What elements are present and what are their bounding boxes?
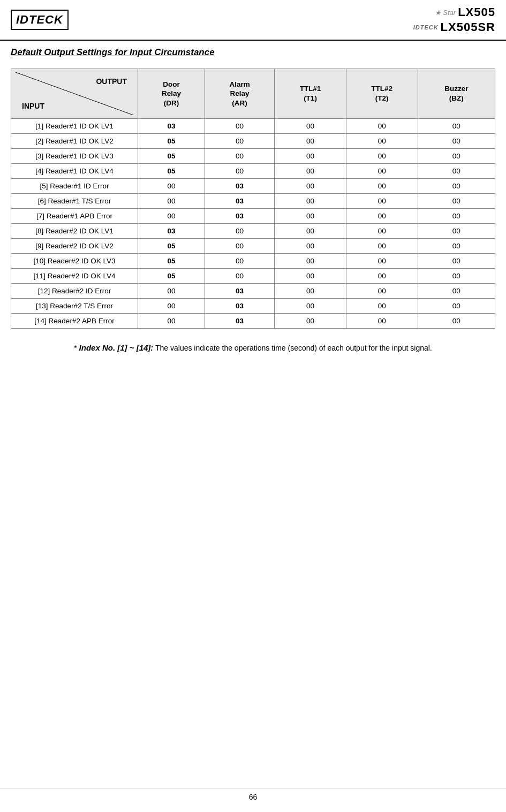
row-label-14: [14] Reader#2 APB Error (11, 314, 138, 329)
input-output-header-cell: OUTPUT INPUT (11, 69, 138, 119)
cell-bz-14: 00 (418, 314, 495, 329)
cell-ar-13: 03 (205, 299, 274, 314)
cell-t1-14: 00 (275, 314, 346, 329)
col-header-bz: Buzzer(BZ) (418, 69, 495, 119)
table-row: [4] Reader#1 ID OK LV40500000000 (11, 164, 495, 179)
row-label-11: [11] Reader#2 ID OK LV4 (11, 269, 138, 284)
cell-bz-12: 00 (418, 284, 495, 299)
diagonal-header: OUTPUT INPUT (16, 72, 133, 115)
cell-bz-5: 00 (418, 179, 495, 194)
page-footer: 66 (0, 788, 506, 801)
main-content: OUTPUT INPUT DoorRelay(DR) AlarmRelay(AR… (0, 63, 506, 365)
note-section: * Index No. [1] ~ [14]: The values indic… (11, 342, 495, 354)
row-label-6: [6] Reader#1 T/S Error (11, 194, 138, 209)
table-row: [11] Reader#2 ID OK LV40500000000 (11, 269, 495, 284)
cell-bz-2: 00 (418, 134, 495, 149)
row-label-10: [10] Reader#2 ID OK LV3 (11, 254, 138, 269)
cell-t1-13: 00 (275, 299, 346, 314)
row-label-13: [13] Reader#2 T/S Error (11, 299, 138, 314)
cell-t2-3: 00 (346, 149, 418, 164)
cell-dr-3: 05 (138, 149, 205, 164)
table-row: [1] Reader#1 ID OK LV10300000000 (11, 119, 495, 134)
idteck-logo: IDTECK (11, 10, 69, 30)
cell-dr-14: 00 (138, 314, 205, 329)
cell-bz-11: 00 (418, 269, 495, 284)
cell-ar-5: 03 (205, 179, 274, 194)
row-label-9: [9] Reader#2 ID OK LV2 (11, 239, 138, 254)
cell-bz-8: 00 (418, 224, 495, 239)
table-row: [5] Reader#1 ID Error0003000000 (11, 179, 495, 194)
cell-dr-5: 00 (138, 179, 205, 194)
cell-ar-3: 00 (205, 149, 274, 164)
cell-bz-6: 00 (418, 194, 495, 209)
row-label-7: [7] Reader#1 APB Error (11, 209, 138, 224)
row-label-2: [2] Reader#1 ID OK LV2 (11, 134, 138, 149)
cell-ar-9: 00 (205, 239, 274, 254)
note-prefix: * (74, 344, 79, 352)
cell-bz-1: 00 (418, 119, 495, 134)
cell-t2-9: 00 (346, 239, 418, 254)
cell-t2-2: 00 (346, 134, 418, 149)
page-number: 66 (249, 793, 258, 801)
cell-dr-10: 05 (138, 254, 205, 269)
model-lx505: LX505 (458, 5, 495, 19)
cell-t2-1: 00 (346, 119, 418, 134)
cell-t1-2: 00 (275, 134, 346, 149)
idteck-logo-text: IDTECK (16, 13, 63, 27)
row-label-12: [12] Reader#2 ID Error (11, 284, 138, 299)
cell-ar-4: 00 (205, 164, 274, 179)
product-logo-right: ★ Star LX505 IDTECK LX505SR (413, 5, 495, 34)
row-label-8: [8] Reader#2 ID OK LV1 (11, 224, 138, 239)
table-row: [7] Reader#1 APB Error0003000000 (11, 209, 495, 224)
cell-t2-6: 00 (346, 194, 418, 209)
col-header-ar: AlarmRelay(AR) (205, 69, 274, 119)
cell-t1-5: 00 (275, 179, 346, 194)
input-label: INPUT (22, 101, 44, 111)
cell-t1-7: 00 (275, 209, 346, 224)
cell-dr-1: 03 (138, 119, 205, 134)
table-row: [8] Reader#2 ID OK LV10300000000 (11, 224, 495, 239)
cell-bz-7: 00 (418, 209, 495, 224)
cell-t1-12: 00 (275, 284, 346, 299)
cell-dr-6: 00 (138, 194, 205, 209)
output-label: OUTPUT (96, 77, 127, 86)
table-row: [9] Reader#2 ID OK LV20500000000 (11, 239, 495, 254)
cell-t2-10: 00 (346, 254, 418, 269)
cell-t2-12: 00 (346, 284, 418, 299)
cell-bz-13: 00 (418, 299, 495, 314)
cell-t2-14: 00 (346, 314, 418, 329)
cell-ar-12: 03 (205, 284, 274, 299)
col-header-t1: TTL#1(T1) (275, 69, 346, 119)
cell-t1-8: 00 (275, 224, 346, 239)
cell-dr-7: 00 (138, 209, 205, 224)
cell-dr-4: 05 (138, 164, 205, 179)
cell-t2-7: 00 (346, 209, 418, 224)
settings-table: OUTPUT INPUT DoorRelay(DR) AlarmRelay(AR… (11, 69, 495, 329)
table-row: [10] Reader#2 ID OK LV30500000000 (11, 254, 495, 269)
row-label-1: [1] Reader#1 ID OK LV1 (11, 119, 138, 134)
cell-t2-13: 00 (346, 299, 418, 314)
cell-ar-7: 03 (205, 209, 274, 224)
cell-ar-11: 00 (205, 269, 274, 284)
page-title: Default Output Settings for Input Circum… (0, 41, 506, 63)
cell-t1-6: 00 (275, 194, 346, 209)
row-label-5: [5] Reader#1 ID Error (11, 179, 138, 194)
col-header-t2: TTL#2(T2) (346, 69, 418, 119)
cell-ar-1: 00 (205, 119, 274, 134)
cell-bz-4: 00 (418, 164, 495, 179)
cell-t1-10: 00 (275, 254, 346, 269)
cell-t1-11: 00 (275, 269, 346, 284)
cell-bz-9: 00 (418, 239, 495, 254)
star-lx505-line: ★ Star LX505 (435, 5, 495, 19)
cell-t1-4: 00 (275, 164, 346, 179)
table-row: [6] Reader#1 T/S Error0003000000 (11, 194, 495, 209)
cell-t1-1: 00 (275, 119, 346, 134)
idteck2-lx505sr-line: IDTECK LX505SR (413, 20, 495, 34)
table-row: [13] Reader#2 T/S Error0003000000 (11, 299, 495, 314)
col-header-dr: DoorRelay(DR) (138, 69, 205, 119)
cell-t2-5: 00 (346, 179, 418, 194)
cell-ar-10: 00 (205, 254, 274, 269)
table-row: [2] Reader#1 ID OK LV20500000000 (11, 134, 495, 149)
cell-bz-3: 00 (418, 149, 495, 164)
idteck2-logo-text: IDTECK (413, 24, 439, 31)
